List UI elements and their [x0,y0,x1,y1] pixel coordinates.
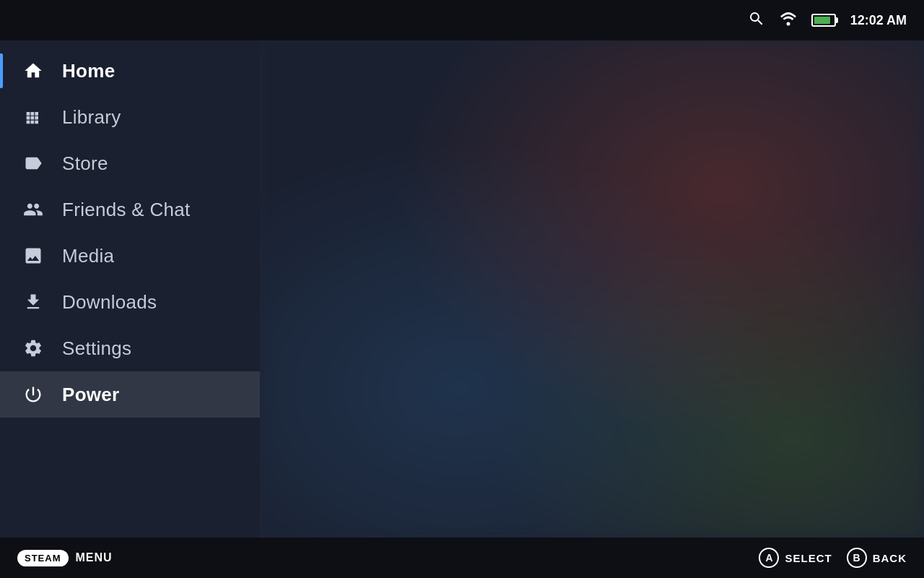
select-button-group: A SELECT [759,548,832,568]
settings-label: Settings [62,337,131,360]
back-button-group: B BACK [847,548,907,568]
sidebar: Home Library Store Friends & Chat [0,40,260,538]
a-button[interactable]: A [759,548,779,568]
select-label: SELECT [785,552,832,564]
search-icon[interactable] [748,10,765,31]
sidebar-item-media[interactable]: Media [0,233,260,279]
power-label: Power [62,384,120,406]
store-label: Store [62,152,108,175]
svg-point-0 [786,22,790,25]
library-label: Library [62,106,121,129]
sidebar-item-power[interactable]: Power [0,371,260,418]
time-display: 12:02 AM [850,13,907,28]
sidebar-item-friends[interactable]: Friends & Chat [0,186,260,233]
library-icon [22,105,45,129]
controller-buttons-group: A SELECT B BACK [759,548,907,568]
friends-label: Friends & Chat [62,199,191,221]
sidebar-item-home[interactable]: Home [0,48,260,94]
steam-badge[interactable]: STEAM [17,550,69,566]
battery-icon [811,14,836,27]
menu-label: MENU [76,551,113,564]
settings-icon [22,337,45,360]
store-icon [22,152,45,175]
bottom-bar: STEAM MENU A SELECT B BACK [0,538,924,578]
status-bar: 12:02 AM [0,0,924,40]
friends-icon [22,198,45,221]
wifi-icon [780,12,797,30]
downloads-icon [22,290,45,314]
steam-menu-group: STEAM MENU [17,550,113,566]
sidebar-item-store[interactable]: Store [0,140,260,186]
sidebar-item-downloads[interactable]: Downloads [0,279,260,325]
home-label: Home [62,60,115,82]
main-content-area [260,40,924,538]
sidebar-item-settings[interactable]: Settings [0,325,260,371]
home-icon [22,59,45,82]
background-blur [260,40,924,538]
downloads-label: Downloads [62,291,157,314]
back-label: BACK [873,552,907,564]
power-icon [22,383,45,406]
sidebar-item-library[interactable]: Library [0,94,260,140]
b-button[interactable]: B [847,548,867,568]
media-label: Media [62,245,114,267]
media-icon [22,244,45,267]
